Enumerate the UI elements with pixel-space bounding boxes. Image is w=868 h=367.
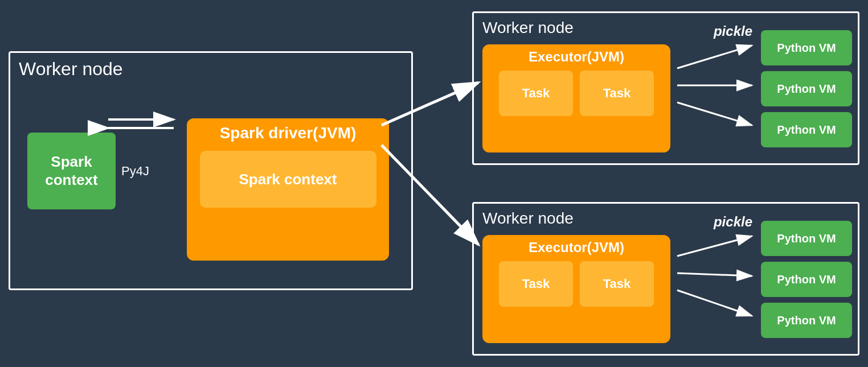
pickle-label-bottom: pickle: [714, 214, 752, 230]
python-vm-bottom-2: Python VM: [761, 262, 852, 297]
worker-node-right-top: Worker node pickle Executor(JVM) Task Ta…: [472, 11, 859, 165]
pickle-label-top: pickle: [714, 23, 752, 39]
python-vm-bottom-1: Python VM: [761, 221, 852, 256]
left-worker-node-label: Worker node: [19, 59, 123, 80]
py4j-label: Py4J: [121, 164, 149, 179]
spark-driver-title: Spark driver(JVM): [220, 124, 357, 142]
tasks-row-bottom: Task Task: [499, 261, 654, 307]
diagram-container: Worker node Sparkcontext Py4J Spark driv…: [0, 0, 868, 367]
executor-title-top: Executor(JVM): [529, 49, 624, 65]
task-box-bottom-2: Task: [580, 261, 654, 307]
spark-context-inner-label: Spark context: [239, 171, 337, 188]
task-box-top-1: Task: [499, 71, 573, 116]
executor-box-top: Executor(JVM) Task Task: [482, 44, 670, 152]
right-top-worker-label: Worker node: [482, 19, 574, 37]
python-vms-bottom: Python VM Python VM Python VM: [761, 221, 852, 338]
spark-context-label: Sparkcontext: [45, 153, 97, 188]
tasks-row-top: Task Task: [499, 71, 654, 116]
executor-box-bottom: Executor(JVM) Task Task: [482, 235, 670, 343]
spark-context-green-box: Sparkcontext: [27, 133, 116, 209]
worker-node-left: Worker node Sparkcontext Py4J Spark driv…: [9, 51, 413, 290]
task-box-bottom-1: Task: [499, 261, 573, 307]
python-vms-top: Python VM Python VM Python VM: [761, 30, 852, 147]
task-box-top-2: Task: [580, 71, 654, 116]
python-vm-top-1: Python VM: [761, 30, 852, 65]
worker-node-right-bottom: Worker node pickle Executor(JVM) Task Ta…: [472, 202, 859, 356]
executor-title-bottom: Executor(JVM): [529, 240, 624, 255]
python-vm-top-2: Python VM: [761, 71, 852, 106]
right-bottom-worker-label: Worker node: [482, 209, 574, 228]
spark-driver-box: Spark driver(JVM) Spark context: [187, 118, 389, 261]
python-vm-top-3: Python VM: [761, 112, 852, 147]
python-vm-bottom-3: Python VM: [761, 303, 852, 338]
spark-context-inner-box: Spark context: [200, 151, 376, 208]
